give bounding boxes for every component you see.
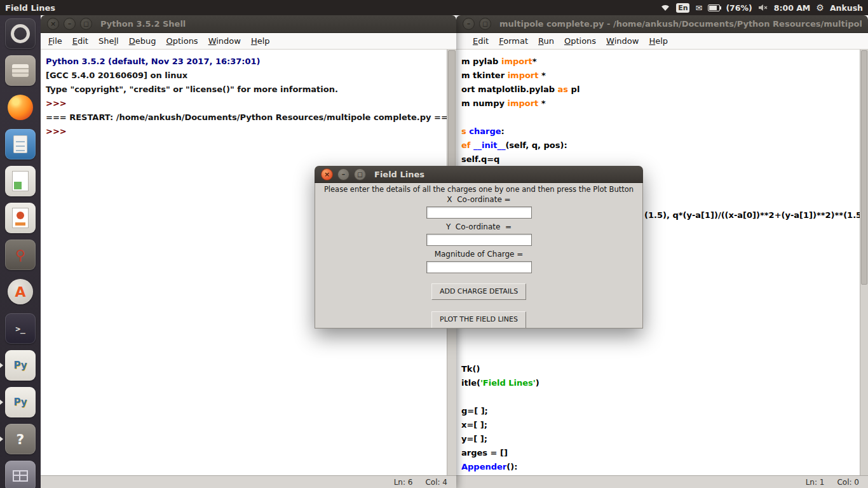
shell-menu-edit[interactable]: Edit (67, 34, 93, 48)
editor-menubar: EditFormatRunOptionsWindowHelp (456, 33, 868, 50)
editor-menu-help[interactable]: Help (644, 34, 673, 48)
shell-window-title: Python 3.5.2 Shell (100, 19, 450, 29)
libreoffice-calc-icon[interactable] (5, 166, 36, 196)
help-icon[interactable]: ? (5, 424, 36, 454)
shell-menubar: FileEditShellDebugOptionsWindowHelp (41, 33, 456, 50)
y-coordinate-label: Y Co-ordinate = (446, 222, 512, 232)
files-icon[interactable] (5, 55, 36, 86)
shell-line: >>> (46, 97, 441, 111)
ubuntu-software-icon[interactable]: A (5, 276, 36, 307)
shell-menu-options[interactable]: Options (161, 34, 203, 48)
code-line: ef __init__(self, q, pos): (461, 139, 855, 152)
maximize-icon[interactable]: ◻ (80, 18, 92, 30)
wifi-icon[interactable] (660, 4, 670, 11)
maximize-icon[interactable]: ◻ (479, 18, 491, 30)
editor-menu-edit[interactable]: Edit (468, 34, 494, 48)
shell-titlebar[interactable]: × – ◻ Python 3.5.2 Shell (41, 15, 456, 33)
shell-status-col: Col: 4 (425, 478, 447, 487)
code-line: s charge: (461, 125, 855, 139)
magnitude-of-charge-label: Magnitude of Charge = (435, 250, 524, 259)
clock[interactable]: 8:00 AM (774, 3, 811, 13)
session-gear-icon[interactable]: ⚙ (816, 3, 824, 13)
editor-menu-format[interactable]: Format (494, 34, 533, 48)
libreoffice-impress-icon[interactable] (5, 203, 36, 233)
volume-muted-icon[interactable] (758, 4, 768, 11)
code-line: m tkinter import * (461, 69, 855, 83)
editor-statusbar: Ln: 1 Col: 0 (456, 475, 868, 488)
close-icon[interactable]: × (47, 18, 59, 30)
shell-menu-help[interactable]: Help (246, 34, 275, 48)
user-name[interactable]: Ankush (830, 3, 863, 13)
dialog-titlebar[interactable]: × – ◻ Field Lines (315, 166, 643, 183)
magnitude-of-charge-input[interactable] (426, 261, 532, 273)
x-coordinate-label: X Co-ordinate = (447, 195, 510, 205)
code-line: g=[ ]; (461, 404, 858, 418)
battery-icon[interactable] (708, 4, 720, 11)
dialog-title: Field Lines (374, 170, 637, 179)
code-line: Tk() (461, 362, 858, 376)
python-editor-icon[interactable]: Py (5, 387, 36, 417)
minimize-icon[interactable]: – (463, 18, 475, 30)
add-charge-details-button[interactable]: ADD CHARGE DETAILS (431, 283, 526, 300)
shell-menu-file[interactable]: File (43, 34, 67, 48)
shell-status-line: Ln: 6 (394, 478, 413, 487)
desktop: Field Lines En ✉ (76%) 8:00 AM ⚙ Ankush … (0, 0, 868, 488)
field-lines-dialog: × – ◻ Field Lines Please enter the detai… (315, 166, 643, 329)
system-settings-icon[interactable]: ⚲ (5, 240, 36, 270)
system-tray: En ✉ (76%) 8:00 AM ⚙ Ankush (660, 3, 863, 13)
dash-home-icon[interactable] (5, 18, 36, 49)
shell-menu-window[interactable]: Window (203, 34, 246, 48)
shell-line: Python 3.5.2 (default, Nov 23 2017, 16:3… (46, 55, 441, 69)
editor-menu-run[interactable]: Run (533, 34, 559, 48)
maximize-icon[interactable]: ◻ (354, 168, 366, 180)
editor-titlebar[interactable]: – ◻ multipole complete.py - /home/ankush… (456, 15, 868, 33)
plot-field-lines-button[interactable]: PLOT THE FIELD LINES (431, 311, 526, 328)
editor-status-col: Col: 0 (837, 478, 859, 487)
python-shell-icon[interactable]: Py (5, 350, 36, 381)
code-line: x=[ ]; (461, 418, 858, 432)
active-app-title: Field Lines (5, 3, 55, 13)
mail-icon[interactable]: ✉ (695, 3, 702, 13)
shell-menu-debug[interactable]: Debug (124, 34, 161, 48)
code-line: m numpy import * (461, 97, 855, 111)
shell-statusbar: Ln: 6 Col: 4 (41, 475, 456, 488)
shell-line: === RESTART: /home/ankush/Documents/Pyth… (46, 111, 441, 125)
editor-scrollbar[interactable] (860, 50, 868, 475)
editor-menu-options[interactable]: Options (559, 34, 601, 48)
code-line: ort matplotlib.pylab as pl (461, 83, 855, 97)
keyboard-indicator[interactable]: En (676, 3, 689, 13)
code-top-lines: m pylab import*m tkinter import *ort mat… (456, 50, 868, 166)
y-coordinate-input[interactable] (426, 234, 532, 246)
editor-window-title: multipole complete.py - /home/ankush/Doc… (499, 19, 862, 29)
unity-launcher: ⚲ A >_ Py Py ? (0, 15, 41, 488)
ubuntu-logo-icon (11, 24, 30, 43)
code-line: Appender(): (461, 460, 858, 474)
code-line: y=[ ]; (461, 432, 858, 446)
workspace-switcher-icon[interactable] (5, 461, 36, 488)
code-bottom-lines: Tk()itle('Field Lines')g=[ ];x=[ ];y=[ ]… (461, 362, 858, 474)
text-editor-icon[interactable] (5, 129, 36, 159)
editor-menu-window[interactable]: Window (601, 34, 644, 48)
close-icon[interactable]: × (321, 168, 333, 180)
editor-status-line: Ln: 1 (806, 478, 825, 487)
terminal-icon[interactable]: >_ (5, 313, 36, 344)
shell-menu-shell[interactable]: Shell (93, 34, 124, 48)
firefox-icon[interactable] (5, 92, 36, 123)
battery-percent: (76%) (726, 3, 752, 13)
shell-line: [GCC 5.4.0 20160609] on linux (46, 69, 441, 83)
code-line: itle('Field Lines') (461, 376, 858, 390)
x-coordinate-input[interactable] (426, 207, 532, 219)
code-line: arges = [] (461, 446, 858, 460)
shell-line: Type "copyright", "credits" or "license(… (46, 83, 441, 97)
top-panel: Field Lines En ✉ (76%) 8:00 AM ⚙ Ankush (0, 0, 868, 15)
code-line (461, 390, 858, 404)
minimize-icon[interactable]: – (64, 18, 76, 30)
code-fragment: (1.5), q*(y-a[1])/((x-a[0])**2+(y-a[1])*… (644, 208, 865, 222)
dialog-fields: X Co-ordinate =Y Co-ordinate =Magnitude … (426, 194, 532, 273)
dialog-instruction: Please enter the details of all the char… (324, 185, 634, 194)
shell-output: Python 3.5.2 (default, Nov 23 2017, 16:3… (41, 50, 456, 139)
code-line: m pylab import* (461, 55, 855, 69)
code-line (461, 111, 855, 125)
minimize-icon[interactable]: – (337, 168, 349, 180)
scrollbar-thumb[interactable] (861, 50, 867, 285)
